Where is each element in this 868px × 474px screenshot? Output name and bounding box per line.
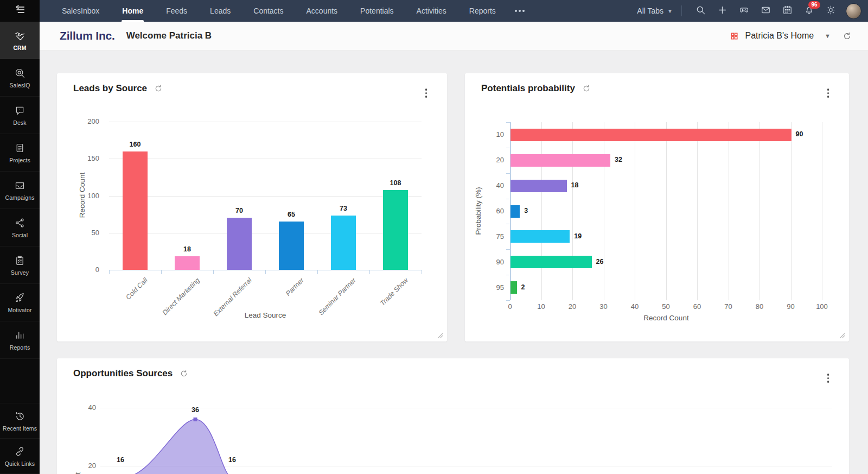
- bar-seminar-partner[interactable]: [331, 216, 356, 270]
- dashboard-name[interactable]: Patricia B's Home: [745, 31, 814, 41]
- dashboard-refresh-button[interactable]: [843, 31, 852, 41]
- gridline-x-100: [822, 122, 822, 300]
- area-series-opportunities[interactable]: [100, 402, 437, 474]
- sidebar-item-survey[interactable]: Survey: [0, 247, 40, 284]
- chart-options-menu[interactable]: [826, 372, 831, 384]
- welcome-text: Welcome Patricia B: [126, 30, 212, 41]
- all-tabs-dropdown[interactable]: All Tabs ▼: [637, 7, 673, 15]
- nav-tab-home[interactable]: Home: [111, 0, 155, 22]
- bar-probability-60[interactable]: [510, 205, 520, 218]
- bar-probability-75[interactable]: [510, 230, 570, 243]
- document-icon: [14, 142, 25, 154]
- sidebar-item-reports[interactable]: Reports: [0, 321, 40, 359]
- collapse-sidebar-button[interactable]: [0, 0, 40, 22]
- gridline-x-60: [697, 122, 698, 300]
- games-icon: [739, 5, 749, 17]
- bar-cold-call[interactable]: [123, 151, 148, 270]
- nav-divider: [681, 5, 682, 16]
- sidebar-item-label: Social: [12, 232, 28, 238]
- notification-count-badge: 96: [808, 1, 820, 9]
- sidebar-item-quick-links[interactable]: Quick Links: [0, 439, 40, 474]
- sidebar-item-projects[interactable]: Projects: [0, 134, 40, 172]
- potentials-probability-chart: 0102030405060708090100109020324018603751…: [465, 73, 849, 342]
- chart-refresh-button[interactable]: [180, 369, 188, 378]
- sidebar-item-label: Motivator: [8, 307, 31, 313]
- resize-handle[interactable]: [437, 332, 443, 338]
- sidebar-item-motivator[interactable]: Motivator: [0, 284, 40, 321]
- ellipsis-icon: [515, 10, 525, 12]
- bar-probability-95[interactable]: [510, 281, 517, 294]
- app-switcher-sidebar: CRMSalesIQDeskProjectsCampaignsSocialSur…: [0, 22, 40, 474]
- nav-tab-activities[interactable]: Activities: [405, 0, 458, 22]
- point-value-label: 36: [184, 406, 206, 414]
- sidebar-item-label: Reports: [10, 344, 30, 351]
- sidebar-item-campaigns[interactable]: Campaigns: [0, 172, 40, 209]
- x-axis-tick: [265, 270, 266, 274]
- quick-create-button[interactable]: [711, 0, 733, 22]
- chart-refresh-button[interactable]: [154, 84, 163, 93]
- nav-tab-leads[interactable]: Leads: [199, 0, 242, 22]
- gridline-x-30: [604, 122, 604, 300]
- x-axis-tick: [213, 270, 214, 274]
- nav-tab-contacts[interactable]: Contacts: [242, 0, 295, 22]
- sidebar-item-social[interactable]: Social: [0, 209, 40, 247]
- bar-probability-20[interactable]: [510, 154, 610, 167]
- bar-external-referral[interactable]: [227, 218, 252, 270]
- chart-refresh-button[interactable]: [582, 84, 591, 93]
- nav-tab-accounts[interactable]: Accounts: [295, 0, 349, 22]
- gamescope-button[interactable]: [733, 0, 755, 22]
- x-tick-label: 30: [593, 302, 615, 311]
- x-axis-tick: [109, 270, 110, 274]
- sidebar-item-salesiq[interactable]: SalesIQ: [0, 59, 40, 97]
- chart-title: Potentials probability: [481, 83, 575, 94]
- chart-options-menu[interactable]: [826, 87, 831, 99]
- resize-handle[interactable]: [839, 332, 845, 338]
- bar-trade-show[interactable]: [383, 190, 408, 270]
- axis-label-partner: Partner: [242, 276, 305, 339]
- bar-direct-marketing[interactable]: [175, 256, 200, 270]
- zoho-crm-dashboard: SalesInboxHomeFeedsLeadsContactsAccounts…: [0, 0, 868, 474]
- sidebar-item-desk[interactable]: Desk: [0, 97, 40, 134]
- chart-title: Opportunities Sources: [73, 368, 173, 379]
- bar-partner[interactable]: [279, 222, 304, 270]
- opportunities-sources-card: Opportunities Sources 4020Record Count 1…: [57, 358, 849, 474]
- x-axis-title: Record Count: [612, 314, 720, 322]
- x-tick-label: 40: [624, 302, 646, 311]
- notifications-button[interactable]: 96: [798, 0, 820, 22]
- potentials-probability-card: Potentials probability 01020304050607080…: [465, 73, 849, 342]
- nav-tab-reports[interactable]: Reports: [458, 0, 507, 22]
- dashboard-chevron-down-icon[interactable]: ▼: [825, 33, 831, 39]
- bar-probability-40[interactable]: [510, 180, 567, 192]
- user-avatar[interactable]: [846, 3, 861, 19]
- y-axis-tick: [506, 224, 510, 224]
- gridline-x-20: [572, 122, 573, 300]
- gridline-x-50: [666, 122, 667, 300]
- search-button[interactable]: [690, 0, 711, 22]
- mail-button[interactable]: [755, 0, 776, 22]
- bar-value-label: 3: [524, 207, 544, 214]
- nav-tab-feeds[interactable]: Feeds: [155, 0, 199, 22]
- gridline-x-40: [635, 122, 635, 300]
- y-axis-title: Probability (%): [474, 154, 482, 269]
- calendar-button[interactable]: [776, 0, 798, 22]
- y-axis-tick: [506, 249, 510, 250]
- settings-gear-icon: [826, 5, 836, 17]
- bar-value-label: 70: [223, 207, 256, 214]
- nav-tab-salesinbox[interactable]: SalesInbox: [50, 0, 111, 22]
- x-axis-tick: [317, 270, 318, 274]
- gridline-y-200: [109, 122, 422, 122]
- settings-button[interactable]: [820, 0, 841, 22]
- y-cat-label: 90: [481, 258, 504, 266]
- sidebar-item-crm[interactable]: CRM: [0, 22, 40, 59]
- sidebar-item-recent-items[interactable]: Recent Items: [0, 403, 40, 439]
- x-tick-label: 60: [686, 302, 708, 311]
- sidebar-item-label: Desk: [13, 119, 26, 126]
- chart-options-menu[interactable]: [424, 87, 429, 99]
- axis-label-direct-marketing: Direct Marketing: [138, 276, 201, 339]
- nav-tab-potentials[interactable]: Potentials: [349, 0, 405, 22]
- bar-value-label: 26: [596, 258, 616, 266]
- bar-probability-90[interactable]: [510, 256, 592, 268]
- bar-probability-10[interactable]: [510, 129, 792, 141]
- more-tabs-button[interactable]: [507, 0, 532, 22]
- target-search-icon: [14, 67, 25, 79]
